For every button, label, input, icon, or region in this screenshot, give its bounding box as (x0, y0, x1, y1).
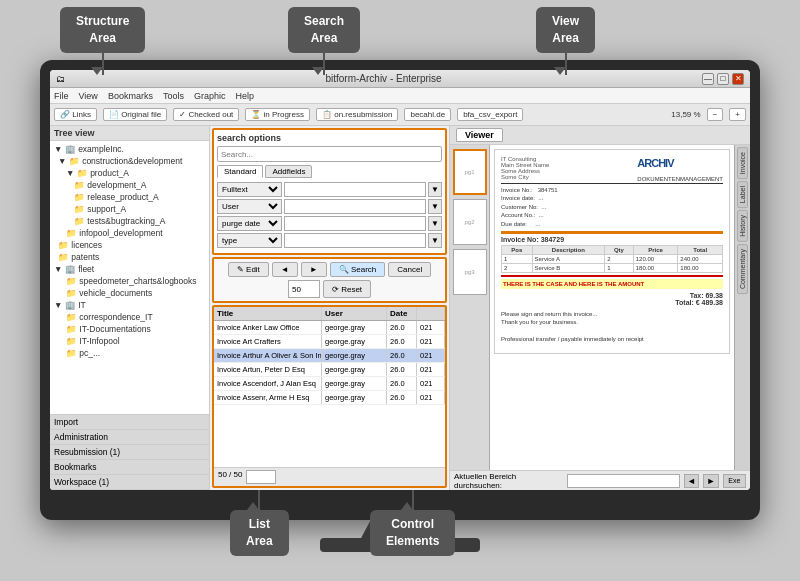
menu-view[interactable]: View (79, 91, 98, 101)
field-input-purge[interactable] (284, 216, 426, 231)
field-select-user[interactable]: User (217, 199, 282, 214)
list-item[interactable]: Invoice Anker Law Office george.gray 26.… (214, 321, 445, 335)
prev-button[interactable]: ◄ (272, 262, 298, 277)
list-cell-num: 021 (417, 363, 445, 376)
tree-item[interactable]: 📁 support_A (50, 203, 209, 215)
sidebar-tab-commentary[interactable]: Commentary (737, 244, 748, 294)
field-row-type: type ▼ (217, 233, 442, 248)
field-select-purge[interactable]: purge date (217, 216, 282, 231)
menu-graphic[interactable]: Graphic (194, 91, 226, 101)
zoom-in[interactable]: + (729, 108, 746, 121)
tree-item[interactable]: 📁 patents (50, 251, 209, 263)
field-select-fulltext[interactable]: FulltextUser (217, 182, 282, 197)
field-btn-fulltext[interactable]: ▼ (428, 182, 442, 197)
tree-item[interactable]: ▼ 🏢 fleet (50, 263, 209, 275)
field-select-type[interactable]: type (217, 233, 282, 248)
footer-admin[interactable]: Administration (50, 430, 209, 445)
list-item[interactable]: Invoice Ascendorf, J Alan Esq george.gra… (214, 377, 445, 391)
toolbar-inprogress[interactable]: ⏳ in Progress (245, 108, 310, 121)
tree-item[interactable]: 📁 vehicle_documents (50, 287, 209, 299)
tree-item[interactable]: 📁 IT-Documentations (50, 323, 209, 335)
structure-panel: Tree view ▼ 🏢 exampleInc. ▼ 📁 constructi… (50, 126, 210, 490)
viewer-next-btn[interactable]: ► (703, 474, 719, 488)
list-item[interactable]: Invoice Art Crafters george.gray 26.0 02… (214, 335, 445, 349)
tab-addfields[interactable]: Addfields (265, 165, 312, 178)
menu-tools[interactable]: Tools (163, 91, 184, 101)
footer-import[interactable]: Import (50, 415, 209, 430)
thumbnail[interactable]: pg1 (453, 149, 487, 195)
col-user: User (322, 307, 387, 320)
field-input-fulltext[interactable] (284, 182, 426, 197)
viewer-exe-btn[interactable]: Exe (723, 474, 746, 488)
viewer-tab[interactable]: Viewer (456, 128, 503, 142)
tree-item[interactable]: 📁 release_product_A (50, 191, 209, 203)
tree-item[interactable]: 📁 development_A (50, 179, 209, 191)
field-btn-purge[interactable]: ▼ (428, 216, 442, 231)
footer-bookmarks[interactable]: Bookmarks (50, 460, 209, 475)
menu-file[interactable]: File (54, 91, 69, 101)
list-cell-title: Invoice Artun, Peter D Esq (214, 363, 322, 376)
tree-item[interactable]: 📁 speedometer_charts&logbooks (50, 275, 209, 287)
cancel-button[interactable]: Cancel (388, 262, 431, 277)
tree-item[interactable]: 📁 correspondence_IT (50, 311, 209, 323)
callout-list: ListArea (230, 490, 289, 556)
toolbar-links[interactable]: 🔗 Links (54, 108, 97, 121)
callout-controls: ControlElements (370, 490, 455, 556)
tree-item[interactable]: ▼ 📁 construction&development (50, 155, 209, 167)
callout-search-box: SearchArea (288, 7, 360, 53)
thumbnail[interactable]: pg3 (453, 249, 487, 295)
tree-item[interactable]: 📁 licences (50, 239, 209, 251)
viewer-search-input[interactable] (567, 474, 680, 488)
search-panel-title: search options (217, 133, 442, 143)
list-item[interactable]: Invoice Assenr, Arme H Esq george.gray 2… (214, 391, 445, 405)
callout-list-box: ListArea (230, 510, 289, 556)
field-input-type[interactable] (284, 233, 426, 248)
list-page-input[interactable] (246, 470, 276, 484)
maximize-button[interactable]: □ (717, 73, 729, 85)
field-btn-user[interactable]: ▼ (428, 199, 442, 214)
tree-item[interactable]: 📁 IT-Infopool (50, 335, 209, 347)
tree-item[interactable]: 📁 infopool_development (50, 227, 209, 239)
menu-bookmarks[interactable]: Bookmarks (108, 91, 153, 101)
search-button[interactable]: 🔍 Search (330, 262, 386, 277)
toolbar-becahl[interactable]: becahl.de (404, 108, 451, 121)
field-input-user[interactable] (284, 199, 426, 214)
footer-workspace[interactable]: Workspace (1) (50, 475, 209, 490)
list-item[interactable]: Invoice Artun, Peter D Esq george.gray 2… (214, 363, 445, 377)
doc-preview: IT ConsultingMain Street NameSome Addres… (490, 145, 734, 470)
tree-item[interactable]: ▼ 🏢 exampleInc. (50, 143, 209, 155)
results-count-input[interactable] (288, 280, 320, 298)
zoom-out[interactable]: − (707, 108, 724, 121)
sidebar-tab-label[interactable]: Label (737, 181, 748, 208)
edit-button[interactable]: ✎ Edit (228, 262, 269, 277)
sidebar-tab-history[interactable]: History (737, 210, 748, 242)
reset-button[interactable]: ⟳ Reset (323, 280, 371, 298)
search-input[interactable] (217, 146, 442, 162)
close-button[interactable]: ✕ (732, 73, 744, 85)
tree-item[interactable]: ▼ 🏢 IT (50, 299, 209, 311)
field-btn-type[interactable]: ▼ (428, 233, 442, 248)
toolbar-original[interactable]: 📄 Original file (103, 108, 167, 121)
doc-text: Invoice No.: 384751 Invoice date: ... Cu… (501, 186, 723, 228)
toolbar-resubmission[interactable]: 📋 on.resubmission (316, 108, 398, 121)
viewer-prev-btn[interactable]: ◄ (684, 474, 700, 488)
thumbnail[interactable]: pg2 (453, 199, 487, 245)
tree-item[interactable]: 📁 pc_... (50, 347, 209, 359)
doc-page: IT ConsultingMain Street NameSome Addres… (494, 149, 730, 354)
field-row-user: User ▼ (217, 199, 442, 214)
field-row-purge: purge date ▼ (217, 216, 442, 231)
monitor: 🗂 bitform-Archiv - Enterprise — □ ✕ File… (40, 60, 760, 520)
sidebar-tab-invoice[interactable]: Invoice (737, 147, 748, 179)
footer-resubmission[interactable]: Resubmission (1) (50, 445, 209, 460)
list-item[interactable]: Invoice Arthur A Oliver & Son Inc george… (214, 349, 445, 363)
minimize-button[interactable]: — (702, 73, 714, 85)
list-panel: Title User Date Invoice Anker Law Office… (212, 305, 447, 488)
tree-item[interactable]: ▼ 📁 product_A (50, 167, 209, 179)
menu-help[interactable]: Help (235, 91, 254, 101)
tab-standard[interactable]: Standard (217, 165, 263, 178)
toolbar-checked[interactable]: ✓ Checked out (173, 108, 239, 121)
list-cell-num: 021 (417, 391, 445, 404)
next-button[interactable]: ► (301, 262, 327, 277)
toolbar-csv[interactable]: bfa_csv_export (457, 108, 523, 121)
tree-item[interactable]: 📁 tests&bugtracking_A (50, 215, 209, 227)
